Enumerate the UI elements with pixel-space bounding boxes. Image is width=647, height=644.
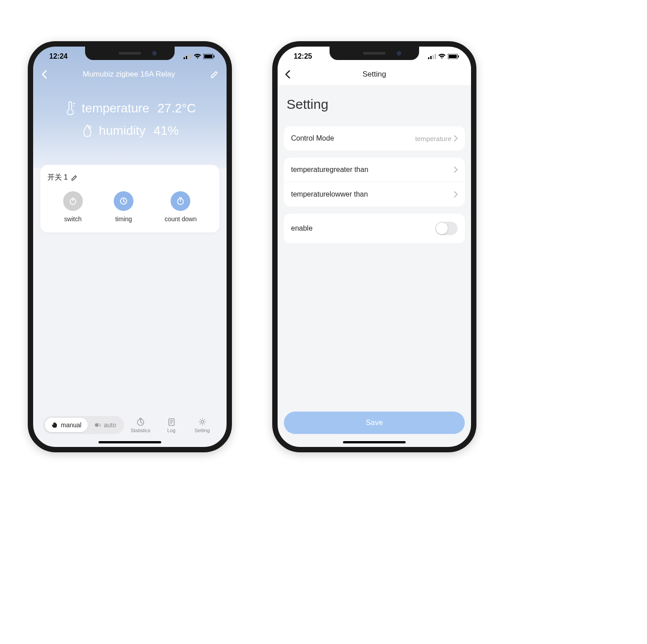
temp-lower-label: temperaturelowwer than <box>291 190 368 198</box>
control-mode-value: temperature <box>415 135 451 142</box>
bottom-controls: manual auto Statistics Log <box>40 416 219 438</box>
manual-label: manual <box>61 421 81 429</box>
manual-mode-button[interactable]: manual <box>45 418 88 432</box>
temp-lower-row[interactable]: temperaturelowwer than <box>284 182 465 206</box>
setting-label: Setting <box>194 428 210 433</box>
humidity-icon <box>81 124 94 137</box>
svg-rect-5 <box>204 55 212 58</box>
temperature-value: 27.2°C <box>158 101 196 116</box>
humidity-reading: humidity 41% <box>42 124 218 138</box>
humidity-value: 41% <box>154 124 179 138</box>
gear-icon <box>198 417 207 426</box>
timing-button[interactable]: timing <box>114 191 133 223</box>
svg-rect-29 <box>449 55 457 58</box>
svg-rect-1 <box>186 56 187 59</box>
switch-card: 开关 1 switch timing <box>40 165 219 232</box>
signal-icon <box>184 54 192 59</box>
enable-row: enable <box>284 214 465 243</box>
enable-toggle[interactable] <box>435 222 458 235</box>
back-icon[interactable] <box>41 70 47 79</box>
wifi-icon <box>438 54 446 59</box>
switch-label: switch <box>64 215 81 223</box>
svg-rect-30 <box>458 56 459 58</box>
svg-rect-2 <box>188 55 189 59</box>
notch <box>85 47 175 60</box>
edit-icon[interactable] <box>210 70 219 78</box>
svg-rect-3 <box>190 54 192 59</box>
save-button[interactable]: Save <box>284 412 465 434</box>
mode-toggle: manual auto <box>43 416 124 434</box>
hand-icon <box>51 421 58 429</box>
countdown-icon <box>176 197 185 206</box>
phone-device-1: 12:24 Mumubiz zigbee 16A Relay temperatu… <box>28 41 232 452</box>
svg-rect-25 <box>430 56 432 59</box>
auto-mode-button[interactable]: auto <box>88 418 122 432</box>
status-icons <box>184 54 215 59</box>
notch <box>330 47 419 60</box>
control-mode-group: Control Mode temperature <box>284 126 465 150</box>
power-icon <box>69 197 77 206</box>
countdown-label: count down <box>165 215 197 223</box>
home-indicator[interactable] <box>99 441 161 443</box>
clock-icon <box>119 197 128 206</box>
svg-rect-26 <box>433 55 434 59</box>
svg-point-23 <box>201 421 204 423</box>
status-time: 12:24 <box>49 52 68 60</box>
home-indicator[interactable] <box>343 441 406 443</box>
temperature-reading: temperature 27.2°C <box>42 101 218 116</box>
svg-rect-6 <box>214 56 214 58</box>
chevron-right-icon <box>454 191 458 197</box>
statistics-label: Statistics <box>131 428 150 433</box>
auto-icon <box>94 421 101 429</box>
status-icons <box>428 54 459 59</box>
card-title: 开关 1 <box>47 173 68 182</box>
svg-rect-27 <box>435 54 436 59</box>
thermometer-icon <box>64 101 77 116</box>
temperature-label: temperature <box>82 101 150 116</box>
auto-label: auto <box>104 421 116 429</box>
signal-icon <box>428 54 436 59</box>
statistics-icon <box>136 417 145 426</box>
setting-tab[interactable]: Setting <box>188 417 217 433</box>
temp-greater-row[interactable]: temperaturegreater than <box>284 158 465 182</box>
log-icon <box>167 417 176 426</box>
log-tab[interactable]: Log <box>157 417 186 433</box>
temp-greater-label: temperaturegreater than <box>291 166 368 174</box>
page-title: Mumubiz zigbee 16A Relay <box>47 70 210 79</box>
page-heading: Setting <box>278 85 471 126</box>
phone-device-2: 12:25 Setting Setting Control Mode t <box>272 41 476 452</box>
temperature-thresholds-group: temperaturegreater than temperaturelowwe… <box>284 158 465 206</box>
wifi-icon <box>194 54 201 59</box>
log-label: Log <box>167 428 175 433</box>
page-title: Setting <box>291 70 458 79</box>
chevron-right-icon <box>454 167 458 173</box>
countdown-button[interactable]: count down <box>165 191 197 223</box>
humidity-label: humidity <box>99 124 146 138</box>
enable-label: enable <box>291 224 313 232</box>
back-icon[interactable] <box>285 70 291 79</box>
control-mode-row[interactable]: Control Mode temperature <box>284 126 465 150</box>
battery-icon <box>203 54 215 59</box>
battery-icon <box>448 54 459 59</box>
enable-group: enable <box>284 214 465 243</box>
svg-rect-0 <box>184 57 185 59</box>
switch-button[interactable]: switch <box>63 191 83 223</box>
control-mode-label: Control Mode <box>291 134 334 142</box>
chevron-right-icon <box>454 135 458 142</box>
edit-icon[interactable] <box>71 175 77 181</box>
svg-rect-24 <box>428 57 429 59</box>
status-time: 12:25 <box>294 52 312 60</box>
device-panel-top: 12:24 Mumubiz zigbee 16A Relay temperatu… <box>33 47 227 168</box>
timing-label: timing <box>115 215 132 223</box>
statistics-tab[interactable]: Statistics <box>126 417 155 433</box>
svg-point-16 <box>95 423 99 427</box>
